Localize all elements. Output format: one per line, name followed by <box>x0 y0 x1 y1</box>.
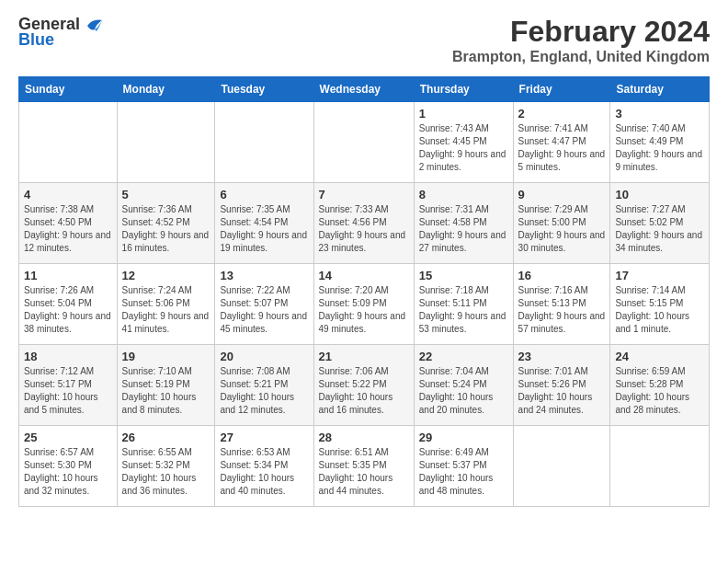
calendar-cell: 23Sunrise: 7:01 AMSunset: 5:26 PMDayligh… <box>513 345 610 426</box>
calendar-cell <box>513 426 610 507</box>
day-info: Sunrise: 7:36 AMSunset: 4:52 PMDaylight:… <box>122 203 210 255</box>
day-number: 14 <box>319 269 409 282</box>
day-info: Sunrise: 7:14 AMSunset: 5:15 PMDaylight:… <box>615 284 704 336</box>
day-number: 29 <box>419 431 508 444</box>
day-info: Sunrise: 6:51 AMSunset: 5:35 PMDaylight:… <box>319 446 409 498</box>
day-number: 11 <box>24 269 112 282</box>
day-info: Sunrise: 7:16 AMSunset: 5:13 PMDaylight:… <box>518 284 606 336</box>
day-info: Sunrise: 7:29 AMSunset: 5:00 PMDaylight:… <box>518 203 606 255</box>
header: General Blue February 2024 Brampton, Eng… <box>18 15 710 65</box>
calendar-cell: 10Sunrise: 7:27 AMSunset: 5:02 PMDayligh… <box>610 183 710 264</box>
calendar-cell: 24Sunrise: 6:59 AMSunset: 5:28 PMDayligh… <box>610 345 710 426</box>
day-number: 18 <box>24 350 112 363</box>
day-info: Sunrise: 7:06 AMSunset: 5:22 PMDaylight:… <box>319 365 409 417</box>
day-info: Sunrise: 7:24 AMSunset: 5:06 PMDaylight:… <box>122 284 210 336</box>
day-number: 8 <box>419 188 508 201</box>
calendar-cell: 26Sunrise: 6:55 AMSunset: 5:32 PMDayligh… <box>117 426 215 507</box>
week-row-0: 1Sunrise: 7:43 AMSunset: 4:45 PMDaylight… <box>19 102 710 183</box>
day-number: 16 <box>518 269 606 282</box>
calendar-cell: 16Sunrise: 7:16 AMSunset: 5:13 PMDayligh… <box>513 264 610 345</box>
calendar-cell: 14Sunrise: 7:20 AMSunset: 5:09 PMDayligh… <box>313 264 414 345</box>
title-area: February 2024 Brampton, England, United … <box>452 15 710 65</box>
day-info: Sunrise: 6:49 AMSunset: 5:37 PMDaylight:… <box>419 446 508 498</box>
day-info: Sunrise: 7:12 AMSunset: 5:17 PMDaylight:… <box>24 365 112 417</box>
day-number: 6 <box>220 188 308 201</box>
day-info: Sunrise: 6:55 AMSunset: 5:32 PMDaylight:… <box>122 446 210 498</box>
header-wednesday: Wednesday <box>313 77 414 102</box>
calendar-cell <box>610 426 710 507</box>
calendar-cell: 12Sunrise: 7:24 AMSunset: 5:06 PMDayligh… <box>117 264 215 345</box>
logo-bird-icon <box>84 17 104 33</box>
calendar-cell: 17Sunrise: 7:14 AMSunset: 5:15 PMDayligh… <box>610 264 710 345</box>
calendar-cell: 5Sunrise: 7:36 AMSunset: 4:52 PMDaylight… <box>117 183 215 264</box>
day-info: Sunrise: 7:41 AMSunset: 4:47 PMDaylight:… <box>518 122 606 174</box>
calendar-cell: 15Sunrise: 7:18 AMSunset: 5:11 PMDayligh… <box>414 264 513 345</box>
logo-blue: Blue <box>18 30 54 50</box>
calendar-cell <box>117 102 215 183</box>
day-number: 10 <box>615 188 704 201</box>
day-info: Sunrise: 7:31 AMSunset: 4:58 PMDaylight:… <box>419 203 508 255</box>
calendar-body: 1Sunrise: 7:43 AMSunset: 4:45 PMDaylight… <box>19 102 710 507</box>
day-info: Sunrise: 6:57 AMSunset: 5:30 PMDaylight:… <box>24 446 112 498</box>
calendar-cell: 6Sunrise: 7:35 AMSunset: 4:54 PMDaylight… <box>215 183 313 264</box>
calendar-cell: 7Sunrise: 7:33 AMSunset: 4:56 PMDaylight… <box>313 183 414 264</box>
day-number: 3 <box>615 107 704 121</box>
header-tuesday: Tuesday <box>215 77 313 102</box>
calendar-cell: 28Sunrise: 6:51 AMSunset: 5:35 PMDayligh… <box>313 426 414 507</box>
day-number: 22 <box>419 350 508 363</box>
day-info: Sunrise: 7:08 AMSunset: 5:21 PMDaylight:… <box>220 365 308 417</box>
day-number: 12 <box>122 269 210 282</box>
header-sunday: Sunday <box>19 77 118 102</box>
day-number: 9 <box>518 188 606 201</box>
day-info: Sunrise: 7:40 AMSunset: 4:49 PMDaylight:… <box>615 122 704 174</box>
day-info: Sunrise: 7:27 AMSunset: 5:02 PMDaylight:… <box>615 203 704 255</box>
calendar-cell: 9Sunrise: 7:29 AMSunset: 5:00 PMDaylight… <box>513 183 610 264</box>
calendar-cell: 19Sunrise: 7:10 AMSunset: 5:19 PMDayligh… <box>117 345 215 426</box>
day-info: Sunrise: 7:18 AMSunset: 5:11 PMDaylight:… <box>419 284 508 336</box>
calendar-cell: 4Sunrise: 7:38 AMSunset: 4:50 PMDaylight… <box>19 183 118 264</box>
day-number: 4 <box>24 188 112 201</box>
day-number: 7 <box>319 188 409 201</box>
calendar-cell: 1Sunrise: 7:43 AMSunset: 4:45 PMDaylight… <box>414 102 513 183</box>
calendar-cell: 3Sunrise: 7:40 AMSunset: 4:49 PMDaylight… <box>610 102 710 183</box>
calendar-cell: 13Sunrise: 7:22 AMSunset: 5:07 PMDayligh… <box>215 264 313 345</box>
day-info: Sunrise: 7:26 AMSunset: 5:04 PMDaylight:… <box>24 284 112 336</box>
day-info: Sunrise: 6:53 AMSunset: 5:34 PMDaylight:… <box>220 446 308 498</box>
day-info: Sunrise: 7:33 AMSunset: 4:56 PMDaylight:… <box>319 203 409 255</box>
header-friday: Friday <box>513 77 610 102</box>
calendar-cell <box>313 102 414 183</box>
header-thursday: Thursday <box>414 77 513 102</box>
day-number: 20 <box>220 350 308 363</box>
day-number: 1 <box>419 107 508 121</box>
logo: General Blue <box>18 15 104 50</box>
header-saturday: Saturday <box>610 77 710 102</box>
week-row-3: 18Sunrise: 7:12 AMSunset: 5:17 PMDayligh… <box>19 345 710 426</box>
day-info: Sunrise: 7:43 AMSunset: 4:45 PMDaylight:… <box>419 122 508 174</box>
day-number: 28 <box>319 431 409 444</box>
calendar-cell: 29Sunrise: 6:49 AMSunset: 5:37 PMDayligh… <box>414 426 513 507</box>
day-number: 13 <box>220 269 308 282</box>
calendar-cell: 8Sunrise: 7:31 AMSunset: 4:58 PMDaylight… <box>414 183 513 264</box>
week-row-1: 4Sunrise: 7:38 AMSunset: 4:50 PMDaylight… <box>19 183 710 264</box>
day-info: Sunrise: 7:01 AMSunset: 5:26 PMDaylight:… <box>518 365 606 417</box>
day-number: 24 <box>615 350 704 363</box>
day-info: Sunrise: 7:20 AMSunset: 5:09 PMDaylight:… <box>319 284 409 336</box>
month-title: February 2024 <box>452 15 710 49</box>
day-number: 2 <box>518 107 606 121</box>
day-info: Sunrise: 7:38 AMSunset: 4:50 PMDaylight:… <box>24 203 112 255</box>
day-number: 15 <box>419 269 508 282</box>
week-row-2: 11Sunrise: 7:26 AMSunset: 5:04 PMDayligh… <box>19 264 710 345</box>
day-info: Sunrise: 7:10 AMSunset: 5:19 PMDaylight:… <box>122 365 210 417</box>
calendar-cell: 22Sunrise: 7:04 AMSunset: 5:24 PMDayligh… <box>414 345 513 426</box>
day-info: Sunrise: 7:04 AMSunset: 5:24 PMDaylight:… <box>419 365 508 417</box>
day-number: 21 <box>319 350 409 363</box>
day-number: 25 <box>24 431 112 444</box>
day-number: 19 <box>122 350 210 363</box>
day-info: Sunrise: 7:35 AMSunset: 4:54 PMDaylight:… <box>220 203 308 255</box>
day-number: 5 <box>122 188 210 201</box>
calendar-cell: 25Sunrise: 6:57 AMSunset: 5:30 PMDayligh… <box>19 426 118 507</box>
day-number: 23 <box>518 350 606 363</box>
calendar-cell <box>215 102 313 183</box>
header-monday: Monday <box>117 77 215 102</box>
calendar-cell: 20Sunrise: 7:08 AMSunset: 5:21 PMDayligh… <box>215 345 313 426</box>
